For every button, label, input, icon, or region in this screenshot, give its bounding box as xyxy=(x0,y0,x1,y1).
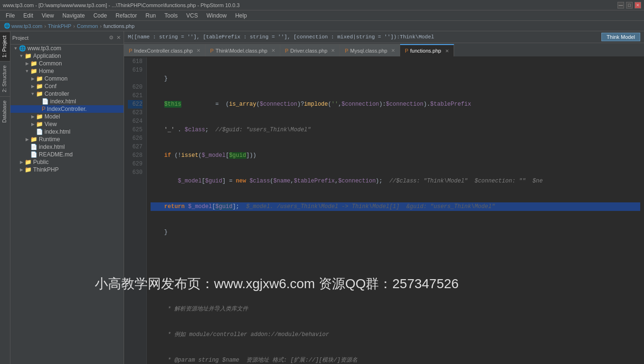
project-sidebar: Project ⚙ ✕ ▼ 🌐 www.tp3.com ▼ 📁 Applicat… xyxy=(10,31,124,364)
tree-conf[interactable]: ▶ 📁 Conf xyxy=(10,82,124,90)
code-editor[interactable]: 618 619 620 621 622 623 624 625 626 627 … xyxy=(124,57,644,364)
tree-index-html-1[interactable]: ▶ 📄 index.html xyxy=(10,98,124,105)
tab-thinkmodel[interactable]: P Think\Model.class.php ✕ xyxy=(206,44,280,56)
project-label: Project xyxy=(12,35,107,41)
sidebar-settings-icon[interactable]: ⚙ xyxy=(108,34,115,42)
title-text: www.tp3.com - [D:\wamp\www\www.tp3.com] … xyxy=(3,2,240,8)
tab-functions[interactable]: P functions.php ✕ xyxy=(400,44,454,56)
tab-project[interactable]: 1: Project xyxy=(0,31,10,61)
tree-common-1[interactable]: ▶ 📁 Common xyxy=(10,60,124,67)
tree-readme[interactable]: ▶ 📄 README.md xyxy=(10,151,124,158)
menu-tools[interactable]: Tools xyxy=(161,11,181,20)
path-part-0[interactable]: www.tp3.com xyxy=(11,23,42,29)
path-part-3[interactable]: functions.php xyxy=(104,23,134,29)
menu-file[interactable]: File xyxy=(2,11,18,20)
menu-bar: File Edit View Navigate Code Refactor Ru… xyxy=(0,10,644,21)
tree-view[interactable]: ▶ 📁 View xyxy=(10,120,124,128)
path-bar: 🌐 www.tp3.com › ThinkPHP › Common › func… xyxy=(0,21,644,31)
tab-structure[interactable]: 2: Structure xyxy=(0,61,10,96)
tab-bar: P IndexController.class.php ✕ P Think\Mo… xyxy=(124,43,644,57)
menu-vcs[interactable]: VCS xyxy=(182,11,202,20)
tree-runtime[interactable]: ▶ 📁 Runtime xyxy=(10,136,124,143)
path-part-2[interactable]: Common xyxy=(77,23,98,29)
side-tabs: 1: Project 2: Structure Database xyxy=(0,31,10,364)
tab-indexcontroller[interactable]: P IndexController.class.php ✕ xyxy=(124,44,206,56)
menu-window[interactable]: Window xyxy=(203,11,231,20)
menu-help[interactable]: Help xyxy=(232,11,251,20)
tree-public[interactable]: ▶ 📁 Public xyxy=(10,158,124,166)
menu-run[interactable]: Run xyxy=(142,11,160,20)
tree-root[interactable]: ▼ 🌐 www.tp3.com xyxy=(10,45,124,52)
maximize-button[interactable]: □ xyxy=(626,2,633,9)
menu-code[interactable]: Code xyxy=(89,11,111,20)
tree-model[interactable]: ▶ 📁 Model xyxy=(10,113,124,120)
menu-view[interactable]: View xyxy=(38,11,58,20)
tree-thinkphp[interactable]: ▶ 📁 ThinkPHP xyxy=(10,166,124,173)
think-model-hint: Think Model xyxy=(601,33,640,41)
tab-mysql[interactable]: P Mysql.class.php ✕ xyxy=(340,44,400,56)
close-button[interactable]: ✕ xyxy=(635,2,641,9)
menu-edit[interactable]: Edit xyxy=(19,11,37,20)
code-content[interactable]: } $this = (is_array($connection)?implode… xyxy=(147,57,644,364)
line-numbers: 618 619 620 621 622 623 624 625 626 627 … xyxy=(124,57,147,364)
tab-database[interactable]: Database xyxy=(0,96,10,127)
tree-index-html-2[interactable]: ▶ 📄 index.html xyxy=(10,128,124,136)
tab-close-functions[interactable]: ✕ xyxy=(445,48,449,54)
tab-close-mysql[interactable]: ✕ xyxy=(391,48,395,53)
tab-close-indexcontroller[interactable]: ✕ xyxy=(197,48,200,53)
tab-close-driver[interactable]: ✕ xyxy=(331,48,335,53)
title-bar: www.tp3.com - [D:\wamp\www\www.tp3.com] … xyxy=(0,0,644,10)
editor-wrapper: M([name : string = ''], [tablePrefix : s… xyxy=(124,31,644,364)
tab-close-thinkmodel[interactable]: ✕ xyxy=(271,48,275,53)
minimize-button[interactable]: — xyxy=(617,2,624,9)
main-area: 1: Project 2: Structure Database Project… xyxy=(0,31,644,364)
menu-navigate[interactable]: Navigate xyxy=(59,11,89,20)
tab-driver[interactable]: P Driver.class.php ✕ xyxy=(280,44,340,56)
tree-application[interactable]: ▼ 📁 Application xyxy=(10,52,124,60)
tree-index-html-3[interactable]: ▶ 📄 index.html xyxy=(10,143,124,151)
menu-refactor[interactable]: Refactor xyxy=(112,11,141,20)
tree-home[interactable]: ▼ 📁 Home xyxy=(10,67,124,75)
tree-controller[interactable]: ▼ 📁 Controller xyxy=(10,90,124,98)
path-part-1[interactable]: ThinkPHP xyxy=(48,23,72,29)
path-icon: 🌐 xyxy=(4,23,10,29)
signature-hint: M([name : string = ''], [tablePrefix : s… xyxy=(124,31,644,43)
tree-indexcontroller[interactable]: ▶ P IndexController. xyxy=(10,105,124,113)
sidebar-close-icon[interactable]: ✕ xyxy=(116,34,122,42)
tree-common-2[interactable]: ▶ 📁 Common xyxy=(10,75,124,82)
